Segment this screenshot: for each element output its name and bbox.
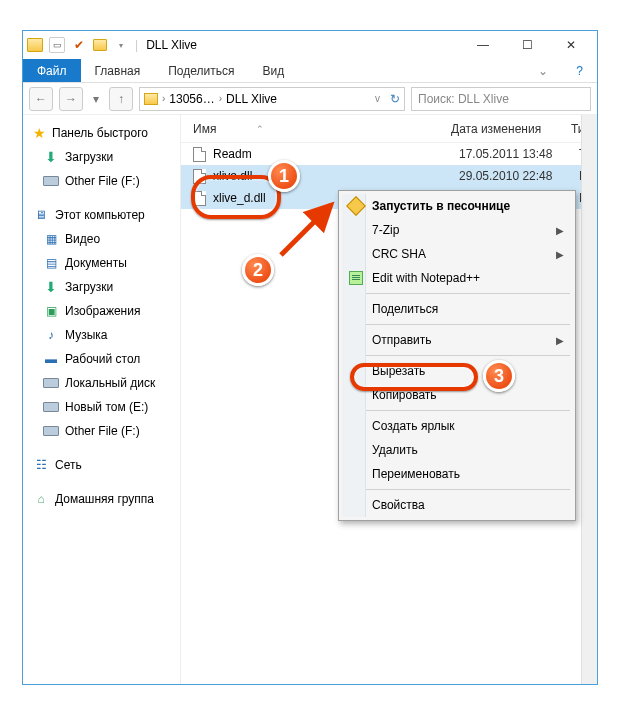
- file-row[interactable]: Readm 17.05.2011 13:48 Те: [181, 143, 597, 165]
- file-name: Readm: [213, 147, 459, 161]
- file-row[interactable]: xlive.dll 29.05.2010 22:48 Ра: [181, 165, 597, 187]
- search-placeholder: Поиск: DLL Xlive: [418, 92, 509, 106]
- file-icon: [191, 168, 207, 184]
- nav-downloads[interactable]: ⬇Загрузки: [23, 145, 180, 169]
- ribbon-tab-view[interactable]: Вид: [248, 59, 298, 82]
- nav-label: Этот компьютер: [55, 208, 145, 222]
- nav-up-button[interactable]: ↑: [109, 87, 133, 111]
- window-title: DLL Xlive: [146, 38, 197, 52]
- drive-icon: [43, 423, 59, 439]
- star-icon: ★: [33, 125, 46, 141]
- nav-label: Документы: [65, 256, 127, 270]
- nav-other-file-2[interactable]: Other File (F:): [23, 419, 180, 443]
- file-icon: [191, 190, 207, 206]
- addr-dropdown-icon[interactable]: v: [375, 93, 380, 104]
- titlebar-separator: |: [135, 38, 138, 52]
- nav-label: Домашняя группа: [55, 492, 154, 506]
- nav-desktop[interactable]: ▬Рабочий стол: [23, 347, 180, 371]
- folder-icon: [27, 38, 43, 52]
- ctx-sendto[interactable]: Отправить▶: [342, 328, 572, 352]
- ribbon: Файл Главная Поделиться Вид ⌄ ?: [23, 59, 597, 83]
- menu-separator: [344, 324, 570, 325]
- nav-new-volume[interactable]: Новый том (E:): [23, 395, 180, 419]
- ribbon-tab-share[interactable]: Поделиться: [154, 59, 248, 82]
- music-icon: ♪: [43, 327, 59, 343]
- address-row: ← → ▾ ↑ › 13056… › DLL Xlive v ↻ Поиск: …: [23, 83, 597, 115]
- qat-check-icon[interactable]: ✔: [71, 37, 87, 53]
- maximize-button[interactable]: ☐: [505, 31, 549, 59]
- drive-icon: [43, 399, 59, 415]
- notepadpp-icon: [348, 270, 364, 286]
- ctx-sandbox[interactable]: Запустить в песочнице: [342, 194, 572, 218]
- nav-label: Новый том (E:): [65, 400, 148, 414]
- chevron-right-icon[interactable]: ›: [219, 93, 222, 104]
- sort-asc-icon: ⌃: [256, 124, 264, 134]
- ctx-notepadpp[interactable]: Edit with Notepad++: [342, 266, 572, 290]
- context-menu: Запустить в песочнице 7-Zip▶ CRC SHA▶ Ed…: [338, 190, 576, 521]
- ctx-7zip[interactable]: 7-Zip▶: [342, 218, 572, 242]
- nav-network[interactable]: ☷Сеть: [23, 453, 180, 477]
- scrollbar[interactable]: [581, 115, 597, 684]
- refresh-icon[interactable]: ↻: [390, 92, 400, 106]
- sandbox-icon: [348, 198, 364, 214]
- desktop-icon: ▬: [43, 351, 59, 367]
- col-name[interactable]: Имя⌃: [181, 122, 451, 136]
- nav-documents[interactable]: ▤Документы: [23, 251, 180, 275]
- network-icon: ☷: [33, 457, 49, 473]
- ribbon-file-tab[interactable]: Файл: [23, 59, 81, 82]
- nav-homegroup[interactable]: ⌂Домашняя группа: [23, 487, 180, 511]
- close-button[interactable]: ✕: [549, 31, 593, 59]
- nav-quick-access[interactable]: ★Панель быстрого: [23, 121, 180, 145]
- ribbon-expand-icon[interactable]: ⌄: [524, 59, 562, 82]
- address-bar[interactable]: › 13056… › DLL Xlive v ↻: [139, 87, 405, 111]
- chevron-right-icon: ▶: [556, 225, 564, 236]
- qat-dropdown-icon[interactable]: ▾: [113, 37, 129, 53]
- pictures-icon: ▣: [43, 303, 59, 319]
- breadcrumb-1[interactable]: 13056…: [169, 92, 214, 106]
- file-date: 17.05.2011 13:48: [459, 147, 579, 161]
- nav-back-button[interactable]: ←: [29, 87, 53, 111]
- callout-2: 2: [242, 254, 274, 286]
- nav-forward-button[interactable]: →: [59, 87, 83, 111]
- column-headers: Имя⌃ Дата изменения Ти: [181, 115, 597, 143]
- callout-1: 1: [268, 160, 300, 192]
- nav-other-file[interactable]: Other File (F:): [23, 169, 180, 193]
- nav-this-pc[interactable]: 🖥Этот компьютер: [23, 203, 180, 227]
- nav-videos[interactable]: ▦Видео: [23, 227, 180, 251]
- nav-label: Other File (F:): [65, 174, 140, 188]
- breadcrumb-2[interactable]: DLL Xlive: [226, 92, 277, 106]
- ctx-delete[interactable]: Удалить: [342, 438, 572, 462]
- titlebar: ▭ ✔ ▾ | DLL Xlive — ☐ ✕: [23, 31, 597, 59]
- ribbon-help-icon[interactable]: ?: [562, 59, 597, 82]
- ctx-crcsha[interactable]: CRC SHA▶: [342, 242, 572, 266]
- menu-separator: [344, 489, 570, 490]
- col-date[interactable]: Дата изменения: [451, 122, 571, 136]
- nav-label: Изображения: [65, 304, 140, 318]
- drive-icon: [43, 375, 59, 391]
- ctx-cut[interactable]: Вырезать: [342, 359, 572, 383]
- qat-folder-icon[interactable]: [93, 39, 107, 51]
- homegroup-icon: ⌂: [33, 491, 49, 507]
- callout-3: 3: [483, 360, 515, 392]
- chevron-right-icon: ▶: [556, 249, 564, 260]
- file-name: xlive.dll: [213, 169, 459, 183]
- nav-local-disk[interactable]: Локальный диск: [23, 371, 180, 395]
- chevron-right-icon: ▶: [556, 335, 564, 346]
- nav-label: Локальный диск: [65, 376, 155, 390]
- search-input[interactable]: Поиск: DLL Xlive: [411, 87, 591, 111]
- ctx-shortcut[interactable]: Создать ярлык: [342, 414, 572, 438]
- nav-recent-button[interactable]: ▾: [89, 87, 103, 111]
- nav-pictures[interactable]: ▣Изображения: [23, 299, 180, 323]
- ctx-copy[interactable]: Копировать: [342, 383, 572, 407]
- ctx-share[interactable]: Поделиться: [342, 297, 572, 321]
- minimize-button[interactable]: —: [461, 31, 505, 59]
- menu-separator: [344, 293, 570, 294]
- nav-music[interactable]: ♪Музыка: [23, 323, 180, 347]
- chevron-right-icon[interactable]: ›: [162, 93, 165, 104]
- nav-downloads-2[interactable]: ⬇Загрузки: [23, 275, 180, 299]
- ribbon-tab-home[interactable]: Главная: [81, 59, 155, 82]
- ctx-rename[interactable]: Переименовать: [342, 462, 572, 486]
- qat-properties-icon[interactable]: ▭: [49, 37, 65, 53]
- menu-separator: [344, 410, 570, 411]
- ctx-properties[interactable]: Свойства: [342, 493, 572, 517]
